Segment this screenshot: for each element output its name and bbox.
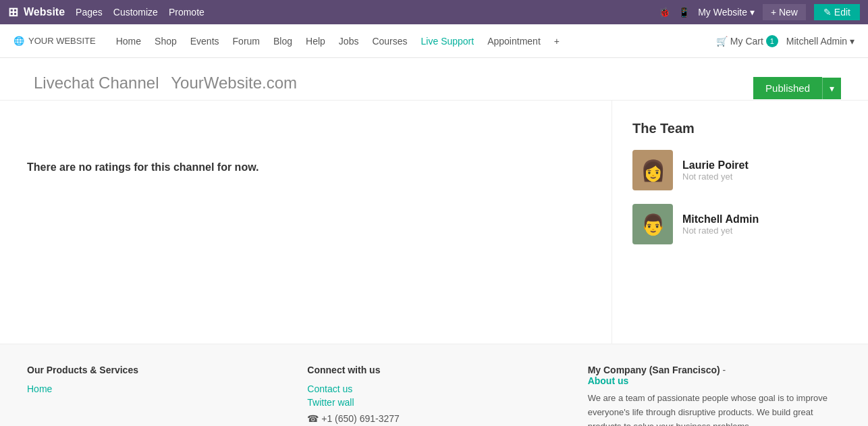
nav-shop[interactable]: Shop: [155, 36, 177, 47]
team-member-0: 👩 Laurie Poiret Not rated yet: [632, 150, 848, 190]
nav-jobs[interactable]: Jobs: [339, 36, 359, 47]
no-ratings-text: There are no ratings for this channel fo…: [27, 161, 585, 174]
nav-pages[interactable]: Pages: [76, 7, 103, 18]
footer-company: My Company (San Francisco) - About us We…: [588, 365, 841, 426]
nav-customize[interactable]: Customize: [113, 7, 158, 18]
top-bar: ⊞ Website Pages Customize Promote 🐞 📱 My…: [0, 0, 868, 24]
nav-appointment[interactable]: Appointment: [487, 36, 541, 47]
nav-forum[interactable]: Forum: [233, 36, 260, 47]
footer-products: Our Products & Services Home: [27, 365, 280, 426]
member-name-0: Laurie Poiret: [682, 159, 749, 171]
footer-link-home[interactable]: Home: [27, 383, 280, 394]
mobile-icon[interactable]: 📱: [678, 7, 690, 18]
team-member-1: 👨 Mitchell Admin Not rated yet: [632, 204, 848, 244]
site-nav-links: Home Shop Events Forum Blog Help Jobs Co…: [116, 36, 716, 47]
cart-badge: 1: [766, 35, 778, 47]
main-content: There are no ratings for this channel fo…: [0, 101, 868, 344]
footer-phone: ☎ +1 (650) 691-3277: [307, 413, 560, 424]
top-nav: Pages Customize Promote: [76, 7, 205, 18]
footer-company-title: My Company (San Francisco) - About us: [588, 365, 841, 386]
cart-button[interactable]: 🛒 My Cart 1: [716, 35, 778, 47]
nav-live-support[interactable]: Live Support: [421, 36, 474, 47]
content-right: The Team 👩 Laurie Poiret Not rated yet 👨…: [612, 101, 868, 344]
globe-icon: 🌐: [13, 36, 24, 46]
page-subtitle: YourWebsite.com: [171, 74, 297, 92]
nav-home[interactable]: Home: [116, 36, 141, 47]
brand-name: Website: [24, 6, 65, 18]
my-website-link[interactable]: My Website ▾: [698, 7, 755, 18]
published-button[interactable]: Published: [753, 77, 822, 99]
user-menu[interactable]: Mitchell Admin ▾: [786, 36, 855, 47]
footer: Our Products & Services Home Connect wit…: [0, 344, 868, 426]
footer-connect: Connect with us Contact us Twitter wall …: [307, 365, 560, 426]
site-nav-right: 🛒 My Cart 1 Mitchell Admin ▾: [716, 35, 855, 47]
member-info-1: Mitchell Admin Not rated yet: [682, 213, 759, 236]
nav-plus[interactable]: +: [554, 36, 560, 47]
page-title: Livechat Channel YourWebsite.com: [27, 72, 297, 92]
published-dropdown-arrow[interactable]: ▾: [822, 78, 841, 99]
cart-label: My Cart: [730, 36, 763, 47]
nav-promote[interactable]: Promote: [169, 7, 205, 18]
avatar-laurie: 👩: [632, 150, 673, 190]
site-logo-text: YOUR WEBSITE: [28, 36, 96, 46]
edit-button[interactable]: ✎ Edit: [814, 4, 860, 20]
bug-icon[interactable]: 🐞: [659, 7, 670, 18]
footer-twitter-wall[interactable]: Twitter wall: [307, 397, 560, 408]
apps-icon: ⊞: [8, 5, 18, 20]
page-header: Livechat Channel YourWebsite.com Publish…: [0, 58, 868, 101]
footer-contact-us[interactable]: Contact us: [307, 383, 560, 394]
site-logo: 🌐 YOUR WEBSITE: [13, 36, 96, 46]
member-rating-1: Not rated yet: [682, 225, 759, 236]
nav-help[interactable]: Help: [306, 36, 325, 47]
cart-icon: 🛒: [716, 36, 728, 47]
footer-products-title: Our Products & Services: [27, 365, 280, 375]
member-info-0: Laurie Poiret Not rated yet: [682, 159, 749, 182]
brand-logo: ⊞ Website: [8, 5, 65, 20]
published-group: Published ▾: [753, 77, 841, 99]
nav-courses[interactable]: Courses: [372, 36, 407, 47]
member-rating-0: Not rated yet: [682, 171, 749, 182]
avatar-mitchell: 👨: [632, 204, 673, 244]
footer-company-text1: We are a team of passionate people whose…: [588, 392, 841, 426]
nav-events[interactable]: Events: [190, 36, 219, 47]
content-left: There are no ratings for this channel fo…: [0, 101, 612, 344]
team-title: The Team: [632, 121, 848, 136]
nav-blog[interactable]: Blog: [273, 36, 292, 47]
footer-connect-title: Connect with us: [307, 365, 560, 375]
site-nav: 🌐 YOUR WEBSITE Home Shop Events Forum Bl…: [0, 24, 868, 58]
new-button[interactable]: + New: [763, 4, 806, 20]
member-name-1: Mitchell Admin: [682, 213, 759, 225]
footer-about-link[interactable]: About us: [588, 375, 841, 386]
